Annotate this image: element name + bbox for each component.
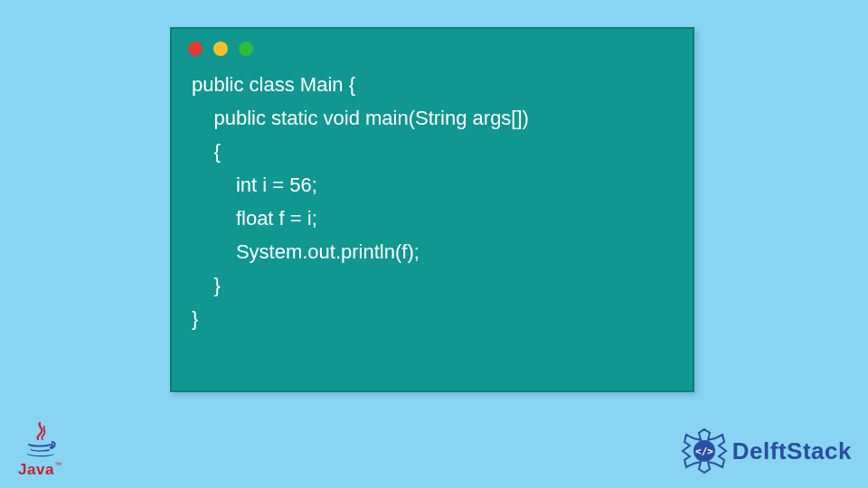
traffic-lights	[172, 29, 693, 61]
close-icon	[188, 42, 203, 56]
code-block: public class Main { public static void m…	[172, 61, 693, 354]
delftstack-icon: </>	[680, 427, 729, 475]
delftstack-logo: </> DelftStack	[680, 427, 852, 475]
java-cup-icon	[20, 419, 60, 459]
java-logo: Java™	[14, 419, 65, 479]
code-window: public class Main { public static void m…	[170, 27, 694, 392]
maximize-icon	[239, 42, 253, 56]
svg-text:</>: </>	[695, 446, 713, 457]
java-label: Java™	[14, 461, 65, 479]
minimize-icon	[213, 42, 228, 56]
delftstack-label: DelftStack	[732, 437, 852, 465]
